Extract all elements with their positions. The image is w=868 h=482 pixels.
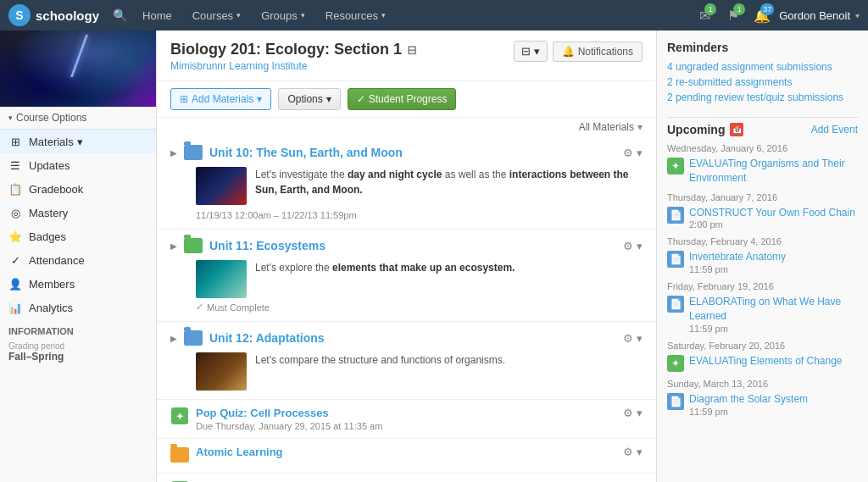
sidebar-item-analytics[interactable]: 📊 Analytics xyxy=(0,296,156,319)
must-complete-check-icon: ✓ xyxy=(196,302,203,313)
sidebar-item-gradebook[interactable]: 📋 Gradebook xyxy=(0,177,156,201)
unit-11-thumbnail xyxy=(196,260,247,298)
sidebar-item-materials[interactable]: ⊞ Materials ▾ xyxy=(0,130,156,153)
event-date-3: Friday, February 19, 2016 xyxy=(667,281,858,291)
event-5-body: Diagram the Solar System 11:59 pm xyxy=(689,392,858,417)
unit-11-must-complete: ✓ Must Complete xyxy=(170,302,643,313)
messages-button[interactable]: ✉ 1 xyxy=(693,3,716,27)
logo[interactable]: S schoology xyxy=(8,4,99,26)
user-name[interactable]: Gordon Benoit xyxy=(779,9,850,22)
right-sidebar: Reminders 4 ungraded assignment submissi… xyxy=(656,30,868,482)
upcoming-event-3: 📄 ELABORATing on What We Have Learned 11… xyxy=(667,295,858,334)
unit-10-gear[interactable]: ⚙ ▾ xyxy=(623,147,643,159)
add-materials-icon: ⊞ xyxy=(180,93,188,105)
add-materials-button[interactable]: ⊞ Add Materials ▾ xyxy=(170,88,271,110)
sidebar-item-badges[interactable]: ⭐ Badges xyxy=(0,224,156,248)
checkmark-icon: ✓ xyxy=(357,93,365,105)
student-progress-label: Student Progress xyxy=(369,93,448,105)
search-button[interactable]: 🔍 xyxy=(108,8,132,22)
unit-12-item: ▶ Unit 12: Adaptations ⚙ ▾ Let's compare… xyxy=(157,322,656,400)
notifications-toggle-button[interactable]: 🔔 Notifications xyxy=(553,42,643,62)
materials-icon: ⊞ xyxy=(8,135,22,148)
unit-10-description: Let's investigate the day and night cycl… xyxy=(255,167,643,197)
options-button[interactable]: Options ▾ xyxy=(278,88,340,110)
unit-10-thumbnail xyxy=(196,167,247,205)
nav-home[interactable]: Home xyxy=(132,0,182,30)
mastery-label: Mastery xyxy=(29,207,68,219)
event-5-title[interactable]: Diagram the Solar System xyxy=(689,392,858,407)
course-title: Biology 201: Ecology: Section 1 xyxy=(170,41,402,58)
all-materials-label: All Materials xyxy=(579,121,634,133)
course-options-toggle[interactable]: ▾ Course Options xyxy=(0,107,156,130)
sidebar-item-mastery[interactable]: ◎ Mastery xyxy=(0,201,156,224)
flags-button[interactable]: ⚑ 1 xyxy=(721,3,745,27)
unit-12-gear[interactable]: ⚙ ▾ xyxy=(623,332,643,345)
atomic-learning-body: Atomic Learning xyxy=(196,446,616,458)
event-4-puzzle-icon: ✦ xyxy=(667,355,684,372)
unit-12-header: ▶ Unit 12: Adaptations ⚙ ▾ xyxy=(170,330,643,346)
bell-icon: 🔔 xyxy=(562,46,575,58)
notifications-badge: 37 xyxy=(760,3,774,15)
reminder-item-1[interactable]: 2 re-submitted assignments xyxy=(667,76,858,88)
unit-12-title[interactable]: Unit 12: Adaptations xyxy=(209,331,616,345)
event-0-title[interactable]: EVALUATing Organisms and Their Environme… xyxy=(689,157,858,186)
analytics-icon: 📊 xyxy=(8,301,22,314)
unit-10-date: 11/19/13 12:00am – 11/22/13 11:59pm xyxy=(170,210,643,220)
institution-name[interactable]: Mimisbrunnr Learning Institute xyxy=(170,60,417,72)
add-event-button[interactable]: Add Event xyxy=(811,124,858,136)
event-5-doc-icon: 📄 xyxy=(667,393,684,410)
unit-11-gear[interactable]: ⚙ ▾ xyxy=(623,240,643,252)
event-date-5: Sunday, March 13, 2016 xyxy=(667,379,858,389)
event-1-title[interactable]: CONSTRUCT Your Own Food Chain xyxy=(689,206,858,220)
unit-10-toggle[interactable]: ▶ xyxy=(170,148,177,158)
event-4-title[interactable]: EVALUATing Elements of Change xyxy=(689,354,858,368)
student-progress-button[interactable]: ✓ Student Progress xyxy=(348,88,457,110)
unit-10-title[interactable]: Unit 10: The Sun, Earth, and Moon xyxy=(209,146,616,159)
course-header: Biology 201: Ecology: Section 1 ⊟ Mimisb… xyxy=(157,30,656,81)
event-3-title[interactable]: ELABORATing on What We Have Learned xyxy=(689,295,858,324)
updates-icon: ☰ xyxy=(8,158,22,172)
unit-11-title[interactable]: Unit 11: Ecosystems xyxy=(209,239,616,252)
pop-quiz-title[interactable]: Pop Quiz: Cell Processes xyxy=(196,407,616,419)
options-caret: ▾ xyxy=(326,93,331,105)
unit-12-thumbnail xyxy=(196,352,247,391)
nav-right: ✉ 1 ⚑ 1 🔔 37 Gordon Benoit ▾ xyxy=(693,3,860,27)
unit-11-toggle[interactable]: ▶ xyxy=(170,241,177,251)
event-3-time: 11:59 pm xyxy=(689,324,858,334)
upcoming-section: Upcoming 📅 Add Event Wednesday, January … xyxy=(667,123,858,417)
reminder-item-0[interactable]: 4 ungraded assignment submissions xyxy=(667,61,858,73)
pop-quiz-icon: ✦ xyxy=(170,407,189,425)
unit-12-toggle[interactable]: ▶ xyxy=(170,334,177,343)
sidebar-item-attendance[interactable]: ✓ Attendance xyxy=(0,248,156,272)
upcoming-event-1: 📄 CONSTRUCT Your Own Food Chain 2:00 pm xyxy=(667,206,858,230)
updates-label: Updates xyxy=(29,159,70,172)
atomic-learning-gear[interactable]: ⚙ ▾ xyxy=(623,446,643,458)
nav-resources[interactable]: Resources ▾ xyxy=(315,0,396,30)
grading-period-label: Grading period xyxy=(8,341,147,351)
nav-links: Home Courses ▾ Groups ▾ Resources ▾ xyxy=(132,0,396,30)
edit-page-icon[interactable]: ⊟ xyxy=(407,43,417,57)
add-materials-label: Add Materials xyxy=(192,93,253,105)
pop-quiz-gear[interactable]: ⚙ ▾ xyxy=(623,407,643,419)
view-toggle-button[interactable]: ⊟ ▾ xyxy=(514,41,548,62)
members-label: Members xyxy=(29,278,75,291)
unit-12-body: Let's compare the structure and function… xyxy=(170,352,643,391)
event-date-4: Saturday, February 20, 2016 xyxy=(667,341,858,351)
sidebar-item-members[interactable]: 👤 Members xyxy=(0,272,156,296)
puzzle-icon: ✦ xyxy=(171,407,188,424)
notifications-button[interactable]: 🔔 37 xyxy=(750,3,774,27)
atomic-learning-title[interactable]: Atomic Learning xyxy=(196,446,616,458)
user-menu-caret[interactable]: ▾ xyxy=(855,11,860,20)
event-2-title[interactable]: Invertebrate Anatomy xyxy=(689,250,858,264)
nav-groups[interactable]: Groups ▾ xyxy=(251,0,315,30)
hero-bg xyxy=(0,30,156,107)
nav-courses[interactable]: Courses ▾ xyxy=(182,0,251,30)
main-content: Biology 201: Ecology: Section 1 ⊟ Mimisb… xyxy=(157,30,656,482)
unit-10-folder-icon xyxy=(184,145,203,160)
sidebar-item-updates[interactable]: ☰ Updates xyxy=(0,153,156,177)
unit-10-header: ▶ Unit 10: The Sun, Earth, and Moon ⚙ ▾ xyxy=(170,145,643,160)
event-2-body: Invertebrate Anatomy 11:59 pm xyxy=(689,250,858,274)
materials-dropdown-caret: ▾ xyxy=(77,136,83,148)
reminder-item-2[interactable]: 2 pending review test/quiz submissions xyxy=(667,91,858,103)
unit-11-item: ▶ Unit 11: Ecosystems ⚙ ▾ Let's explore … xyxy=(157,230,656,322)
